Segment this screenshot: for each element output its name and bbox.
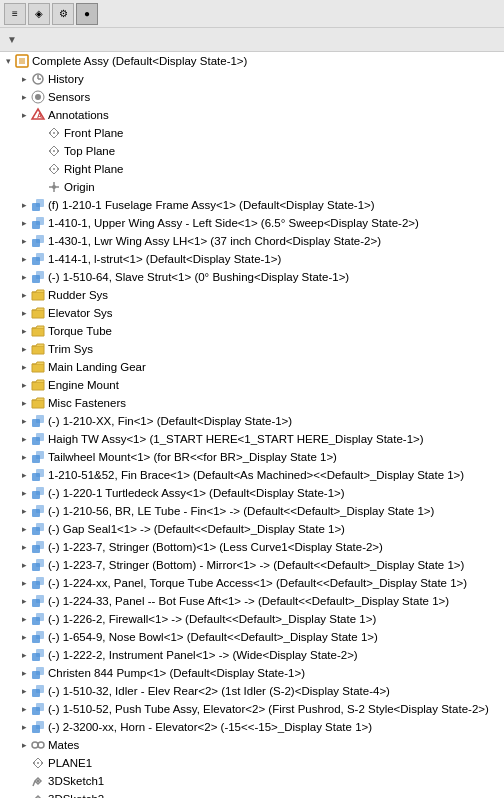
- tree-container[interactable]: ▾Complete Assy (Default<Display State-1>…: [0, 52, 504, 798]
- part-icon: [30, 431, 46, 447]
- tree-item[interactable]: ▾Complete Assy (Default<Display State-1>…: [0, 52, 504, 70]
- expand-button[interactable]: ▸: [18, 505, 30, 517]
- tree-item[interactable]: ▸1-410-1, Upper Wing Assy - Left Side<1>…: [0, 214, 504, 232]
- tree-item[interactable]: ▸AAnnotations: [0, 106, 504, 124]
- tree-item[interactable]: ▸(-) 1-510-64, Slave Strut<1> (0° Bushin…: [0, 268, 504, 286]
- tree-item[interactable]: Origin: [0, 178, 504, 196]
- tree-item[interactable]: ▸(-) Gap Seal1<1> -> (Default<<Default>_…: [0, 520, 504, 538]
- expand-button[interactable]: ▸: [18, 217, 30, 229]
- toolbar-btn-4[interactable]: ●: [76, 3, 98, 25]
- expand-button[interactable]: ▸: [18, 523, 30, 535]
- part-icon: [30, 575, 46, 591]
- expand-button[interactable]: ▸: [18, 703, 30, 715]
- expand-button[interactable]: ▸: [18, 631, 30, 643]
- tree-item[interactable]: ▸Main Landing Gear: [0, 358, 504, 376]
- expand-button[interactable]: ▾: [2, 55, 14, 67]
- svg-text:A: A: [37, 112, 42, 119]
- tree-item[interactable]: ▸Sensors: [0, 88, 504, 106]
- tree-item[interactable]: Top Plane: [0, 142, 504, 160]
- part-icon: [30, 611, 46, 627]
- expand-button[interactable]: ▸: [18, 541, 30, 553]
- tree-item[interactable]: ▸Elevator Sys: [0, 304, 504, 322]
- expand-button[interactable]: ▸: [18, 451, 30, 463]
- expand-button[interactable]: ▸: [18, 253, 30, 265]
- tree-item[interactable]: ▸(-) 1-223-7, Stringer (Bottom)<1> (Less…: [0, 538, 504, 556]
- expand-button[interactable]: ▸: [18, 721, 30, 733]
- svg-rect-47: [36, 577, 44, 585]
- tree-item[interactable]: ▸(-) 1-224-33, Panel -- Bot Fuse Aft<1> …: [0, 592, 504, 610]
- tree-item[interactable]: ▸(-) 2-3200-xx, Horn - Elevator<2> (-15<…: [0, 718, 504, 736]
- expand-button[interactable]: ▸: [18, 379, 30, 391]
- expand-button[interactable]: ▸: [18, 397, 30, 409]
- expand-button[interactable]: ▸: [18, 577, 30, 589]
- tree-item[interactable]: Right Plane: [0, 160, 504, 178]
- expand-button[interactable]: ▸: [18, 307, 30, 319]
- toolbar-btn-3[interactable]: ⚙: [52, 3, 74, 25]
- tree-item[interactable]: ▸1-210-51&52, Fin Brace<1> (Default<As M…: [0, 466, 504, 484]
- tree-item[interactable]: ▸Tailwheel Mount<1> (for BR<<for BR>_Dis…: [0, 448, 504, 466]
- tree-item[interactable]: ▸1-414-1, l-strut<1> (Default<Display St…: [0, 250, 504, 268]
- tree-item[interactable]: ▸(-) 1-224-xx, Panel, Torque Tube Access…: [0, 574, 504, 592]
- expand-button[interactable]: ▸: [18, 271, 30, 283]
- tree-item[interactable]: ▸Engine Mount: [0, 376, 504, 394]
- expand-button[interactable]: ▸: [18, 109, 30, 121]
- svg-rect-37: [36, 487, 44, 495]
- tree-item[interactable]: ▸1-430-1, Lwr Wing Assy LH<1> (37 inch C…: [0, 232, 504, 250]
- expand-button[interactable]: ▸: [18, 595, 30, 607]
- expand-button[interactable]: ▸: [18, 199, 30, 211]
- toolbar-btn-1[interactable]: ≡: [4, 3, 26, 25]
- svg-point-69: [37, 780, 40, 783]
- tree-item[interactable]: ▸Misc Fasteners: [0, 394, 504, 412]
- tree-item[interactable]: ▸(-) 1-510-32, Idler - Elev Rear<2> (1st…: [0, 682, 504, 700]
- part-icon: [30, 197, 46, 213]
- part-icon: [30, 647, 46, 663]
- item-label: (-) 1-226-2, Firewall<1> -> (Default<<De…: [48, 613, 502, 625]
- expand-button[interactable]: ▸: [18, 667, 30, 679]
- tree-item[interactable]: 3DSketch1: [0, 772, 504, 790]
- expand-button[interactable]: ▸: [18, 559, 30, 571]
- expand-button[interactable]: ▸: [18, 289, 30, 301]
- tree-item[interactable]: ▸(-) 1-210-XX, Fin<1> (Default<Display S…: [0, 412, 504, 430]
- tree-item[interactable]: ▸(-) 1-210-56, BR, LE Tube - Fin<1> -> (…: [0, 502, 504, 520]
- expand-button[interactable]: ▸: [18, 613, 30, 625]
- tree-item[interactable]: ▸(-) 1-220-1 Turtledeck Assy<1> (Default…: [0, 484, 504, 502]
- expand-button[interactable]: ▸: [18, 433, 30, 445]
- expand-button[interactable]: ▸: [18, 343, 30, 355]
- expand-button[interactable]: ▸: [18, 415, 30, 427]
- tree-item[interactable]: ▸Christen 844 Pump<1> (Default<Display S…: [0, 664, 504, 682]
- expand-button[interactable]: ▸: [18, 235, 30, 247]
- expand-button[interactable]: ▸: [18, 325, 30, 337]
- tree-item[interactable]: 3DSketch2: [0, 790, 504, 798]
- tree-item[interactable]: Front Plane: [0, 124, 504, 142]
- tree-item[interactable]: ▸(-) 1-654-9, Nose Bowl<1> (Default<<Def…: [0, 628, 504, 646]
- tree-item[interactable]: PLANE1: [0, 754, 504, 772]
- expand-button[interactable]: ▸: [18, 73, 30, 85]
- tree-item[interactable]: ▸History: [0, 70, 504, 88]
- part-icon: [30, 269, 46, 285]
- tree-item[interactable]: ▸(-) 1-223-7, Stringer (Bottom) - Mirror…: [0, 556, 504, 574]
- item-label: (-) 1-510-32, Idler - Elev Rear<2> (1st …: [48, 685, 502, 697]
- item-label: Right Plane: [64, 163, 502, 175]
- svg-rect-31: [36, 433, 44, 441]
- expand-button[interactable]: ▸: [18, 361, 30, 373]
- tree-item[interactable]: ▸(-) 1-226-2, Firewall<1> -> (Default<<D…: [0, 610, 504, 628]
- tree-item[interactable]: ▸(f) 1-210-1 Fuselage Frame Assy<1> (Def…: [0, 196, 504, 214]
- expand-button[interactable]: ▸: [18, 487, 30, 499]
- tree-item[interactable]: ▸(-) 1-222-2, Instrument Panel<1> -> (Wi…: [0, 646, 504, 664]
- tree-item[interactable]: ▸Haigh TW Assy<1> (1_START HERE<1_START …: [0, 430, 504, 448]
- tree-item[interactable]: ▸(-) 1-510-52, Push Tube Assy, Elevator<…: [0, 700, 504, 718]
- tree-item[interactable]: ▸Mates: [0, 736, 504, 754]
- svg-rect-49: [36, 595, 44, 603]
- sketch-icon: [30, 773, 46, 789]
- item-label: PLANE1: [48, 757, 502, 769]
- folder-icon: [30, 341, 46, 357]
- expand-button[interactable]: ▸: [18, 91, 30, 103]
- expand-button[interactable]: ▸: [18, 685, 30, 697]
- tree-item[interactable]: ▸Rudder Sys: [0, 286, 504, 304]
- expand-button[interactable]: ▸: [18, 649, 30, 661]
- expand-button[interactable]: ▸: [18, 469, 30, 481]
- toolbar-btn-2[interactable]: ◈: [28, 3, 50, 25]
- tree-item[interactable]: ▸Torque Tube: [0, 322, 504, 340]
- expand-button[interactable]: ▸: [18, 739, 30, 751]
- tree-item[interactable]: ▸Trim Sys: [0, 340, 504, 358]
